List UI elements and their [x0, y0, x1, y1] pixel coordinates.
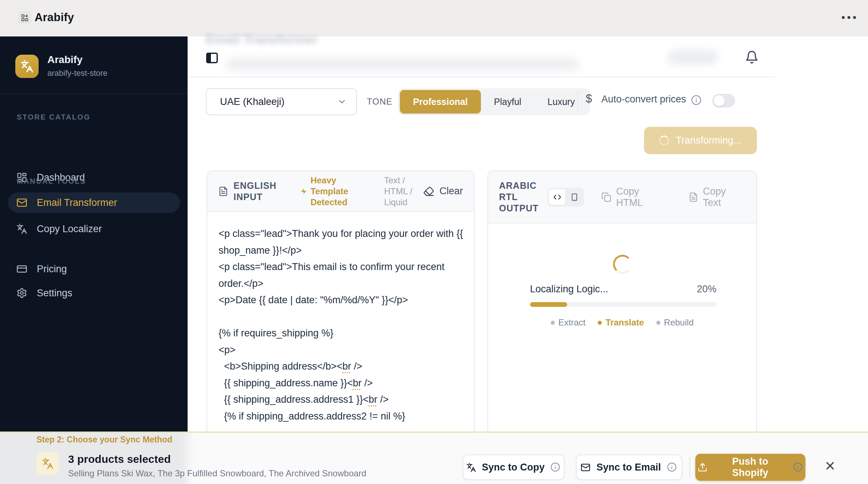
- gear-icon: [16, 288, 27, 298]
- languages-icon: [16, 223, 27, 234]
- progress-percent: 20%: [697, 284, 716, 295]
- info-icon[interactable]: [793, 462, 804, 473]
- template-detected-text: Heavy Template Detected: [310, 175, 376, 208]
- progress-status-row: Localizing Logic... 20%: [530, 284, 716, 295]
- step-label: Translate: [605, 317, 644, 328]
- overflow-menu-button[interactable]: •••: [839, 9, 861, 26]
- progress-bar: [530, 302, 716, 307]
- format-label: Text / HTML / Liquid: [384, 175, 423, 208]
- sidebar-item-email-transformer[interactable]: Email Transformer: [8, 192, 180, 213]
- english-input-code[interactable]: <p class="lead">Thank you for placing yo…: [207, 212, 474, 425]
- input-panel-header: ENGLISH INPUT Heavy Template Detected Te…: [207, 171, 474, 212]
- output-panel-header: ARABIC RTL OUTPUT: [488, 171, 756, 223]
- output-view-toggle: [547, 188, 584, 207]
- tone-luxury-button[interactable]: Luxury: [534, 90, 588, 113]
- tone-segmented-control: Professional Playful Luxury: [398, 88, 590, 115]
- spinner-icon: [659, 136, 669, 145]
- toggle-knob: [714, 95, 725, 106]
- copy-html-button[interactable]: Copy HTML: [601, 186, 667, 208]
- eraser-icon: [423, 186, 434, 197]
- sync-to-copy-button[interactable]: Sync to Copy: [463, 454, 565, 480]
- file-text-icon: [688, 192, 698, 202]
- page-subtitle-blurred: [226, 58, 579, 71]
- sidebar-item-settings[interactable]: Settings: [8, 283, 180, 303]
- panel-toggle-icon[interactable]: [205, 51, 219, 65]
- tone-professional-button[interactable]: Professional: [400, 90, 481, 113]
- sidebar-item-label: Settings: [37, 288, 72, 299]
- sidebar-item-pricing[interactable]: Pricing: [8, 259, 180, 279]
- clear-button[interactable]: Clear: [423, 186, 463, 197]
- step-dot-icon: [551, 321, 555, 325]
- copy-text-label: Copy Text: [703, 186, 745, 208]
- copy-text-button[interactable]: Copy Text: [688, 186, 746, 208]
- page-title-blurred: Email Transformer: [206, 32, 318, 47]
- languages-icon: [466, 462, 476, 472]
- progress-status-label: Localizing Logic...: [530, 284, 608, 295]
- template-detected-badge: Heavy Template Detected: [300, 175, 376, 208]
- code-view-button[interactable]: [549, 189, 565, 205]
- section-store-catalog: STORE CATALOG: [17, 113, 91, 121]
- dialect-select[interactable]: UAE (Khaleeji): [206, 88, 357, 115]
- auto-convert-label: Auto-convert prices: [601, 94, 686, 105]
- selection-languages-icon: [36, 452, 59, 475]
- auto-convert-toggle[interactable]: [712, 94, 735, 108]
- store-logo-languages-icon: [15, 55, 39, 78]
- notifications-bell-icon[interactable]: [745, 50, 759, 66]
- credit-card-icon: [16, 264, 27, 274]
- progress-steps: Extract Translate Rebuild: [488, 317, 756, 328]
- sidebar: Arabify arabify-test-store STORE CATALOG…: [0, 36, 188, 484]
- mail-icon: [16, 197, 27, 208]
- document-icon: [218, 186, 228, 197]
- progress-bar-fill: [530, 302, 567, 307]
- sync-bar-divider: [690, 457, 690, 477]
- code-icon: [553, 193, 561, 201]
- smartphone-icon: [570, 193, 578, 201]
- loading-spinner-icon: [613, 255, 632, 274]
- mail-icon: [581, 462, 590, 472]
- input-panel-title: ENGLISH INPUT: [233, 180, 284, 203]
- mobile-preview-button[interactable]: [566, 189, 582, 205]
- transform-button-label: Transforming...: [676, 135, 742, 146]
- app-screen: Arabify ••• Arabify arabify-test-store S…: [0, 0, 868, 484]
- top-bar: Arabify •••: [0, 0, 868, 36]
- dialect-select-value: UAE (Khaleeji): [220, 96, 337, 108]
- output-panel-title: ARABIC RTL OUTPUT: [499, 180, 539, 214]
- sync-step-label: Step 2: Choose your Sync Method: [36, 435, 172, 445]
- step-translate: Translate: [598, 317, 644, 328]
- output-panel-body: Localizing Logic... 20% Extract Translat…: [488, 223, 756, 462]
- tone-playful-button[interactable]: Playful: [481, 90, 534, 113]
- toolbar-divider: [577, 91, 578, 112]
- store-name: Arabify: [47, 54, 82, 66]
- chevron-down-icon: [337, 97, 347, 106]
- arabic-output-panel: ARABIC RTL OUTPUT: [487, 171, 757, 462]
- tone-label: TONE: [367, 97, 392, 107]
- info-icon[interactable]: [550, 462, 561, 473]
- store-domain: arabify-test-store: [47, 69, 107, 78]
- section-manual-tools: MANUAL TOOLS: [17, 177, 86, 186]
- step-extract: Extract: [551, 317, 586, 328]
- clear-button-label: Clear: [439, 186, 463, 197]
- step-label: Extract: [558, 317, 586, 328]
- push-to-shopify-button[interactable]: Push to Shopify: [695, 454, 805, 481]
- auto-convert-info-icon[interactable]: [691, 95, 702, 105]
- copy-html-label: Copy HTML: [616, 186, 667, 208]
- dollar-icon: $: [586, 92, 592, 105]
- sync-to-copy-label: Sync to Copy: [482, 462, 545, 473]
- info-icon[interactable]: [667, 462, 677, 473]
- step-rebuild: Rebuild: [656, 317, 694, 328]
- step-label: Rebuild: [664, 317, 694, 328]
- selection-detail: Selling Plans Ski Wax, The 3p Fulfilled …: [68, 468, 366, 479]
- upload-icon: [698, 462, 708, 472]
- sidebar-item-label: Pricing: [37, 264, 67, 275]
- english-input-panel: ENGLISH INPUT Heavy Template Detected Te…: [207, 171, 475, 462]
- main-content: Email Transformer UAE (Khaleeji) TONE: [188, 36, 868, 484]
- bolt-icon: [300, 187, 307, 196]
- app-title: Arabify: [35, 11, 74, 24]
- transform-button[interactable]: Transforming...: [644, 127, 757, 154]
- step-dot-icon: [656, 321, 660, 325]
- sync-to-email-button[interactable]: Sync to Email: [576, 454, 682, 480]
- sidebar-item-label: Email Transformer: [37, 197, 117, 208]
- sidebar-item-copy-localizer[interactable]: Copy Localizer: [8, 219, 180, 239]
- close-icon[interactable]: [824, 460, 838, 473]
- header-divider: [188, 77, 775, 77]
